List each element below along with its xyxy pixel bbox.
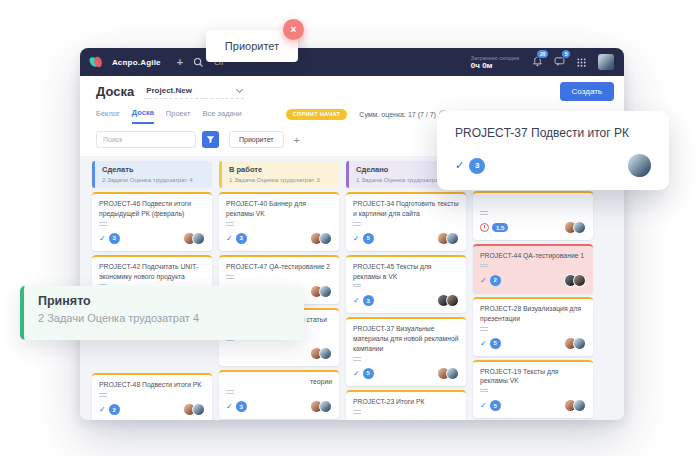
estimate-badge: 2 xyxy=(490,275,501,286)
avatar xyxy=(319,285,332,298)
task-card[interactable]: теории ✓3 xyxy=(219,370,339,419)
estimate-badge: 3 xyxy=(109,233,120,244)
project-select[interactable]: Project.New xyxy=(144,84,244,99)
chevron-down-icon xyxy=(236,86,243,93)
brand-name: Аспро.Agile xyxy=(112,58,161,67)
task-card[interactable]: PROJECT-44 QA-тестирование 1 ✓2 xyxy=(473,244,593,293)
accepted-title: Принято xyxy=(38,294,304,308)
dragged-task-title: PROJECT-37 Подвести итог РК xyxy=(455,126,651,140)
check-icon: ✓ xyxy=(99,405,106,414)
column-done: Сделано 1 Задача Оценка трудозатрат PROJ… xyxy=(346,161,466,420)
task-title: PROJECT-47 QA-тестирование 2 xyxy=(226,262,332,272)
avatar xyxy=(319,347,332,360)
accepted-column-preview: Принято 2 Задачи Оценка трудозатрат 4 xyxy=(20,286,304,340)
check-icon: ✓ xyxy=(353,296,360,305)
task-title: PROJECT-46 Подвести итоги предыдущей РК … xyxy=(99,199,205,219)
search-input[interactable] xyxy=(96,131,196,148)
apps-grid-icon[interactable] xyxy=(576,57,587,68)
task-card[interactable]: PROJECT-34 Подготовить тексты и картинки… xyxy=(346,192,466,251)
avatar xyxy=(573,399,586,412)
description-icon xyxy=(353,410,361,415)
add-button[interactable]: + xyxy=(177,56,183,68)
task-title xyxy=(480,198,586,208)
task-title: PROJECT-42 Подсчитать UNIT-экономику нов… xyxy=(99,262,205,282)
estimate-badge: 5 xyxy=(363,233,374,244)
task-card[interactable]: PROJECT-19 Тексты для рекламы VK ✓5 xyxy=(473,360,593,419)
sprint-summary-text: Сумм. оценка: 17 (7 / 7) xyxy=(359,111,436,118)
time-tracked-value: 0ч 0м xyxy=(471,61,519,70)
task-card[interactable]: PROJECT-46 Подвести итоги предыдущей РК … xyxy=(92,192,212,251)
sprint-summary: Сумм. оценка: 17 (7 / 7) ? xyxy=(359,110,447,118)
task-card[interactable]: PROJECT-45 Тексты для рекламы в VK ✓3 xyxy=(346,255,466,314)
description-icon xyxy=(226,390,234,395)
avatar xyxy=(446,232,459,245)
avatar xyxy=(573,274,586,287)
task-title: PROJECT-23 Итоги РК xyxy=(353,397,459,407)
description-icon xyxy=(480,389,488,394)
task-title: теории xyxy=(226,377,332,387)
time-tracked-label: Затрачено сегодня xyxy=(471,55,519,61)
check-icon: ✓ xyxy=(353,234,360,243)
close-icon[interactable]: × xyxy=(283,19,304,40)
notifications-badge: 26 xyxy=(536,49,549,59)
description-icon xyxy=(353,357,361,362)
description-icon xyxy=(353,222,361,227)
task-card[interactable]: 1.5 xyxy=(473,191,593,240)
user-avatar[interactable] xyxy=(598,54,614,70)
add-filter-button[interactable]: + xyxy=(294,134,300,146)
avatar xyxy=(628,154,651,177)
priority-filter-chip[interactable]: Приоритет xyxy=(229,131,284,148)
task-title: PROJECT-34 Подготовить тексты и картинки… xyxy=(353,199,459,219)
filter-button[interactable] xyxy=(202,131,219,148)
description-icon xyxy=(99,393,107,398)
column-title: Сделать xyxy=(102,165,205,174)
task-card[interactable]: PROJECT-23 Итоги РК ✓5 xyxy=(346,390,466,420)
check-icon: ✓ xyxy=(455,159,464,172)
task-card[interactable]: PROJECT-37 Визуальные материалы для ново… xyxy=(346,317,466,386)
avatar xyxy=(573,337,586,350)
check-icon: ✓ xyxy=(99,234,106,243)
task-title: PROJECT-45 Тексты для рекламы в VK xyxy=(353,262,459,282)
check-icon: ✓ xyxy=(353,369,360,378)
column-title: В работе xyxy=(229,165,332,174)
tab-board[interactable]: Доска xyxy=(132,108,154,124)
task-card[interactable]: PROJECT-28 Визуализация для презентации … xyxy=(473,297,593,356)
task-card[interactable]: PROJECT-48 Подвести итоги РК ✓2 xyxy=(92,373,212,420)
tab-all-tasks[interactable]: Все задачи xyxy=(203,109,242,123)
tab-project[interactable]: Проект xyxy=(166,109,191,123)
estimate-badge: 5 xyxy=(490,400,501,411)
estimate-badge: 3 xyxy=(236,233,247,244)
column-header: В работе 1 Задача Оценка трудозатрат 3 xyxy=(219,161,339,188)
column-accepted: 1.5 PROJECT-44 QA-тестирование 1 ✓2 PROJ… xyxy=(473,161,593,420)
tab-backlog[interactable]: Беклог xyxy=(96,109,120,123)
dragged-task-card[interactable]: PROJECT-37 Подвести итог РК ✓ 3 xyxy=(437,111,669,190)
time-spent-icon xyxy=(480,223,489,232)
description-icon xyxy=(480,264,488,269)
task-title: PROJECT-44 QA-тестирование 1 xyxy=(480,251,586,261)
estimate-badge: 5 xyxy=(490,338,501,349)
description-icon xyxy=(226,275,234,280)
task-card[interactable]: PROJECT-40 Баннер для рекламы VK ✓3 xyxy=(219,192,339,251)
avatar xyxy=(446,367,459,380)
messages-button[interactable]: 5 xyxy=(554,53,565,71)
task-title: PROJECT-40 Баннер для рекламы VK xyxy=(226,199,332,219)
messages-badge: 5 xyxy=(561,49,571,59)
task-title: PROJECT-37 Визуальные материалы для ново… xyxy=(353,324,459,354)
notifications-button[interactable]: 26 xyxy=(532,53,543,71)
search-icon[interactable] xyxy=(193,57,204,68)
estimate-badge: 3 xyxy=(363,295,374,306)
column-meta: 2 Задачи Оценка трудозатрат 4 xyxy=(102,176,205,183)
estimate-badge: 3 xyxy=(469,158,485,174)
create-button[interactable]: Создать xyxy=(560,82,614,101)
accepted-meta: 2 Задачи Оценка трудозатрат 4 xyxy=(38,312,304,324)
check-icon: ✓ xyxy=(480,276,487,285)
description-icon xyxy=(480,211,488,216)
estimate-badge: 2 xyxy=(109,404,120,415)
check-icon: ✓ xyxy=(480,401,487,410)
avatar xyxy=(446,294,459,307)
avatar xyxy=(573,221,586,234)
app-window: Аспро.Agile + Сп Затрачено сегодня 0ч 0м… xyxy=(80,48,624,420)
top-navbar: Аспро.Agile + Сп Затрачено сегодня 0ч 0м… xyxy=(80,48,624,76)
estimate-badge: 5 xyxy=(363,368,374,379)
task-title: PROJECT-28 Визуализация для презентации xyxy=(480,304,586,324)
